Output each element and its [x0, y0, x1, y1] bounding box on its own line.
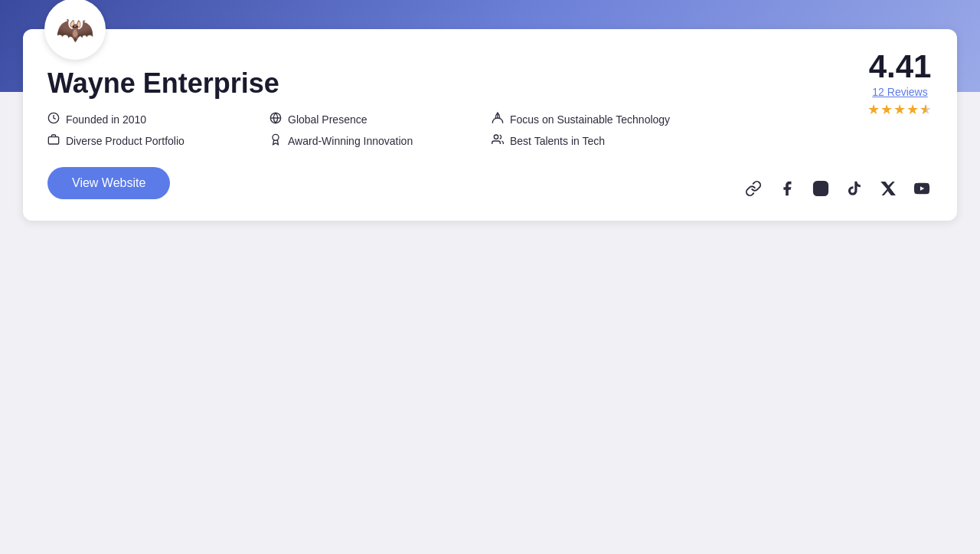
company-card: 🦇 Wayne Enterprise Founded in 2010 Globa [23, 29, 957, 221]
tiktok-icon[interactable] [844, 178, 865, 199]
youtube-icon[interactable] [911, 178, 933, 199]
reviews-link[interactable]: 12 Reviews [867, 86, 933, 98]
talents-label: Best Talents in Tech [510, 135, 605, 147]
company-name: Wayne Enterprise [47, 67, 933, 100]
link-icon[interactable] [743, 178, 764, 199]
talents-icon [492, 133, 504, 149]
attribute-global: Global Presence [270, 112, 476, 127]
page-container: 🦇 Wayne Enterprise Founded in 2010 Globa [0, 0, 980, 236]
attributes-grid: Founded in 2010 Global Presence Focus on… [47, 112, 698, 149]
facebook-icon[interactable] [776, 178, 798, 199]
instagram-icon[interactable] [810, 178, 831, 199]
attribute-founded: Founded in 2010 [47, 112, 254, 127]
svg-point-4 [273, 134, 279, 140]
founded-icon [47, 112, 60, 127]
attribute-talents: Best Talents in Tech [492, 133, 698, 149]
sustainable-icon [492, 112, 504, 127]
portfolio-label: Diverse Product Portfolio [66, 135, 185, 147]
innovation-label: Award-Winning Innovation [288, 135, 413, 147]
attribute-sustainable: Focus on Sustainable Technology [492, 112, 698, 127]
attribute-innovation: Award-Winning Innovation [270, 133, 476, 149]
attribute-portfolio: Diverse Product Portfolio [47, 133, 254, 149]
rating-number: 4.41 [869, 48, 932, 84]
x-icon[interactable] [877, 178, 899, 199]
svg-point-5 [494, 135, 498, 139]
innovation-icon [270, 133, 282, 149]
global-icon [270, 112, 282, 127]
svg-rect-3 [48, 137, 58, 144]
sustainable-label: Focus on Sustainable Technology [510, 113, 670, 126]
founded-label: Founded in 2010 [66, 113, 146, 126]
global-label: Global Presence [288, 113, 368, 126]
company-logo: 🦇 [44, 0, 106, 60]
view-website-button[interactable]: View Website [47, 167, 170, 199]
portfolio-icon [47, 133, 60, 149]
social-icons-row [743, 178, 933, 199]
rating-section: 4.41 12 Reviews ★★★★★★ [867, 51, 933, 118]
star-rating: ★★★★★★ [867, 101, 933, 118]
